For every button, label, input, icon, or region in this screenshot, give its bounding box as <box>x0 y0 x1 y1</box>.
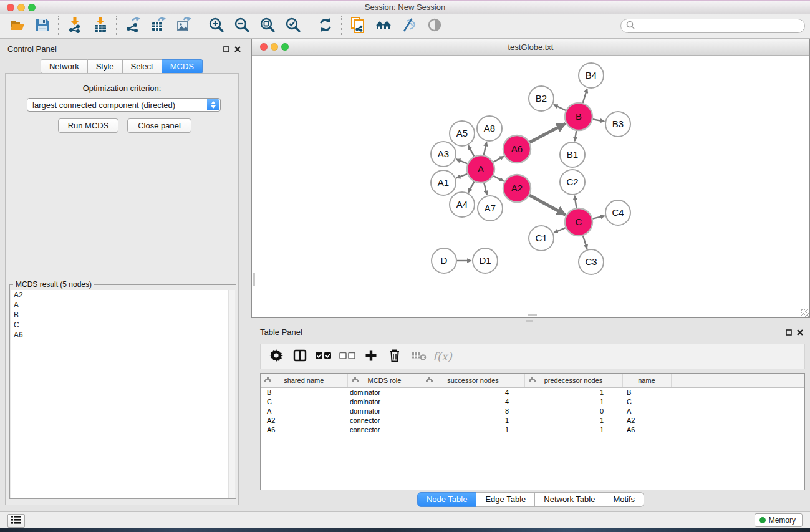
graph-edge-B-B4[interactable] <box>583 89 587 103</box>
table-cell[interactable]: 1 <box>422 425 524 435</box>
tab-edge-table[interactable]: Edge Table <box>476 492 535 507</box>
table-cell[interactable]: A2 <box>622 416 671 425</box>
graph-node-D1[interactable]: D1 <box>473 248 498 273</box>
graph-edge-A-A8[interactable] <box>484 142 487 155</box>
graph-node-A1[interactable]: A1 <box>431 170 456 195</box>
graph-edge-C-C2[interactable] <box>574 196 576 208</box>
select-none-unchecked-button[interactable] <box>335 347 359 367</box>
select-all-checked-button[interactable] <box>312 347 335 367</box>
close-panel-button[interactable]: Close panel <box>127 118 191 133</box>
table-cell[interactable]: A6 <box>622 425 671 435</box>
table-cell[interactable]: 1 <box>524 397 622 407</box>
export-network-button[interactable] <box>120 16 145 37</box>
graph-edge-A-A7[interactable] <box>484 183 487 195</box>
column-header-successor-nodes[interactable]: successor nodes <box>422 374 524 388</box>
show-all-button[interactable] <box>422 16 447 37</box>
zoom-out-button[interactable] <box>229 16 254 37</box>
graph-node-A8[interactable]: A8 <box>477 116 502 141</box>
export-image-button[interactable] <box>171 16 196 37</box>
save-session-button[interactable] <box>29 16 55 37</box>
float-panel-icon[interactable] <box>223 46 230 53</box>
graph-edge-A6-B[interactable] <box>529 123 565 142</box>
table-row[interactable]: Adominator80A <box>261 407 804 416</box>
graph-node-B1[interactable]: B1 <box>560 142 585 167</box>
table-cell[interactable]: 4 <box>422 388 524 398</box>
open-session-button[interactable] <box>4 16 29 37</box>
import-table-button[interactable] <box>87 16 113 37</box>
memory-button[interactable]: Memory <box>755 513 803 527</box>
export-table-button[interactable] <box>145 16 171 37</box>
graph-node-A6[interactable]: A6 <box>503 135 531 163</box>
table-close-panel-icon[interactable] <box>796 329 804 336</box>
graph-edge-C-C4[interactable] <box>592 216 604 219</box>
graph-edge-C-C3[interactable] <box>583 236 587 249</box>
graph-edge-A-A4[interactable] <box>468 181 474 192</box>
column-header-shared-name[interactable]: shared name <box>261 374 347 388</box>
table-cell[interactable]: B <box>261 388 347 398</box>
graph-node-B[interactable]: B <box>565 103 592 130</box>
graph-node-A7[interactable]: A7 <box>478 196 503 221</box>
tab-motifs[interactable]: Motifs <box>604 492 644 507</box>
table-cell[interactable]: connector <box>347 416 422 425</box>
table-cell[interactable]: 1 <box>524 425 622 435</box>
tab-mcds[interactable]: MCDS <box>162 59 203 74</box>
table-cell[interactable]: A <box>261 407 347 416</box>
table-cell[interactable]: 4 <box>422 397 524 407</box>
graph-node-C[interactable]: C <box>565 208 592 236</box>
refresh-button[interactable] <box>312 16 338 37</box>
graph-edge-B-B3[interactable] <box>593 119 605 122</box>
table-cell[interactable]: dominator <box>347 407 422 416</box>
table-cell[interactable]: C <box>261 397 347 407</box>
graph-node-C3[interactable]: C3 <box>579 249 604 274</box>
graph-edge-A-A1[interactable] <box>456 174 468 178</box>
function-builder-button[interactable]: f(x) <box>433 350 452 363</box>
zoom-selected-button[interactable] <box>280 16 306 37</box>
split-columns-button[interactable] <box>288 347 312 367</box>
graph-edge-A-A3[interactable] <box>456 159 467 163</box>
tab-style[interactable]: Style <box>88 59 123 74</box>
canvas-horizontal-scrollbar[interactable] <box>528 314 537 316</box>
optimization-criterion-select[interactable]: largest connected component (directed) <box>27 98 221 112</box>
graph-edge-A2-C[interactable] <box>529 195 566 215</box>
table-cell[interactable]: 1 <box>524 388 622 398</box>
graph-edge-A-A5[interactable] <box>468 145 474 156</box>
mcds-result-item[interactable]: A <box>11 300 229 310</box>
graph-node-A5[interactable]: A5 <box>450 121 475 146</box>
zoom-in-button[interactable] <box>203 16 229 37</box>
graph-node-A4[interactable]: A4 <box>450 192 475 217</box>
window-resize-grip[interactable] <box>801 309 809 317</box>
table-cell[interactable]: B <box>622 388 671 398</box>
hide-selected-button[interactable] <box>396 16 422 37</box>
tab-node-table[interactable]: Node Table <box>417 492 477 507</box>
mcds-result-item[interactable]: C <box>11 320 229 330</box>
graph-edge-C-C1[interactable] <box>554 228 566 233</box>
table-cell[interactable]: 8 <box>422 407 524 416</box>
graph-edge-B-B1[interactable] <box>575 131 577 142</box>
canvas-vertical-scrollbar[interactable] <box>253 273 255 286</box>
graph-node-D[interactable]: D <box>432 248 456 273</box>
add-column-button[interactable] <box>359 347 383 367</box>
graph-node-A2[interactable]: A2 <box>503 175 531 202</box>
task-history-button[interactable] <box>7 514 25 528</box>
graph-node-B2[interactable]: B2 <box>529 86 554 111</box>
mcds-result-item[interactable]: A6 <box>11 330 229 340</box>
table-cell[interactable]: A2 <box>261 416 347 425</box>
first-neighbors-button[interactable] <box>370 16 396 37</box>
table-float-panel-icon[interactable] <box>785 329 793 336</box>
table-cell[interactable]: dominator <box>347 388 422 398</box>
table-row[interactable]: A2connector11A2 <box>261 416 804 425</box>
column-header-name[interactable]: name <box>622 374 671 388</box>
run-mcds-button[interactable]: Run MCDS <box>58 118 118 133</box>
delete-table-button[interactable] <box>407 347 430 367</box>
column-header-mcds-role[interactable]: MCDS role <box>347 374 422 388</box>
zoom-fit-button[interactable] <box>254 16 280 37</box>
panel-splitter-handle[interactable] <box>526 320 533 322</box>
graph-edge-A-A2[interactable] <box>493 176 504 181</box>
table-cell[interactable]: C <box>622 397 671 407</box>
table-row[interactable]: A6connector11A6 <box>261 425 804 435</box>
graph-node-B4[interactable]: B4 <box>579 63 604 88</box>
graph-edge-B-B2[interactable] <box>554 105 566 110</box>
new-network-from-selection-button[interactable] <box>345 16 370 37</box>
graph-node-C4[interactable]: C4 <box>605 200 630 225</box>
mcds-result-item[interactable]: A2 <box>11 290 229 300</box>
